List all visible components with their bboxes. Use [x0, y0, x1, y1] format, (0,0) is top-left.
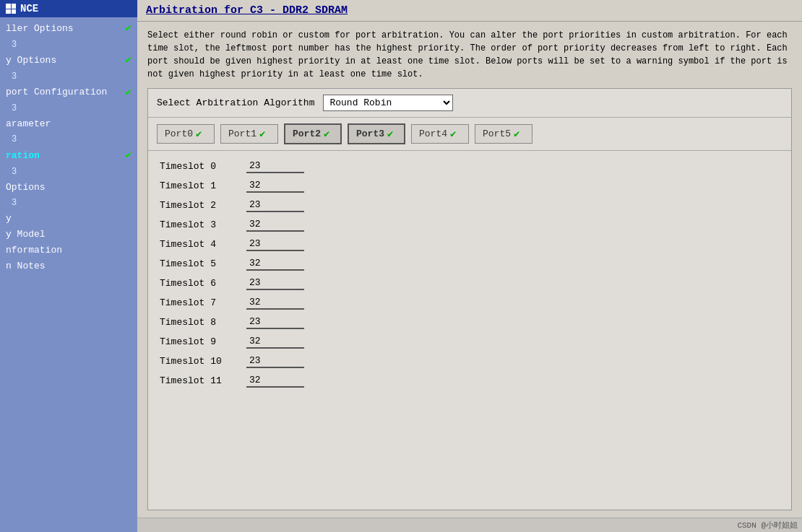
timeslot-label-11: Timeslot 11 [160, 375, 239, 386]
sidebar-item-14[interactable]: nformation [0, 243, 137, 258]
timeslot-input-0[interactable] [246, 160, 304, 173]
timeslot-label-1: Timeslot 1 [160, 180, 239, 191]
timeslot-label-6: Timeslot 6 [160, 278, 239, 289]
timeslot-input-7[interactable] [246, 296, 304, 310]
timeslot-label-8: Timeslot 8 [160, 317, 239, 328]
sidebar-header: NCE [0, 0, 137, 17]
timeslot-input-11[interactable] [246, 374, 304, 388]
port-label-2: Port2 [293, 128, 321, 139]
sidebar-item-0[interactable]: ller Options✔ [0, 20, 137, 38]
timeslot-label-10: Timeslot 10 [160, 356, 239, 367]
sidebar-nav: ller Options✔3y Options✔3port Configurat… [0, 17, 137, 532]
sidebar-item-11[interactable]: 3 [0, 196, 137, 211]
timeslot-row-10: Timeslot 10 [148, 352, 791, 371]
timeslot-label-9: Timeslot 9 [160, 336, 239, 347]
port-label-0: Port0 [165, 128, 193, 139]
description-text: Select either round robin or custom for … [147, 29, 792, 81]
sidebar-item-10[interactable]: Options [0, 180, 137, 196]
sidebar-item-8[interactable]: ration✔ [0, 147, 137, 165]
sidebar-checkmark-0: ✔ [126, 22, 131, 36]
timeslot-input-3[interactable] [246, 218, 304, 232]
sidebar: NCE ller Options✔3y Options✔3port Config… [0, 0, 137, 532]
algo-select[interactable]: Round RobinCustom [323, 95, 453, 111]
timeslot-input-4[interactable] [246, 237, 304, 251]
timeslot-label-2: Timeslot 2 [160, 200, 239, 211]
ports-row: Port0✔Port1✔Port2✔Port3✔Port4✔Port5✔ [148, 118, 791, 151]
sidebar-item-label-12: y [6, 212, 12, 225]
sidebar-item-label-11: 3 [12, 197, 17, 209]
timeslots-area: Timeslot 0Timeslot 1Timeslot 2Timeslot 3… [148, 151, 791, 510]
sidebar-item-4[interactable]: port Configuration✔ [0, 84, 137, 102]
port-check-3: ✔ [387, 128, 393, 140]
sidebar-item-1[interactable]: 3 [0, 38, 137, 53]
sidebar-item-label-4: port Configuration [6, 86, 107, 99]
sidebar-checkmark-2: ✔ [126, 53, 131, 68]
sidebar-item-12[interactable]: y [0, 211, 137, 227]
timeslot-label-0: Timeslot 0 [160, 161, 239, 172]
port-button-1[interactable]: Port1✔ [220, 124, 278, 144]
port-check-5: ✔ [514, 128, 519, 140]
sidebar-title: NCE [20, 3, 38, 14]
port-button-4[interactable]: Port4✔ [411, 124, 469, 144]
grid-icon [6, 4, 16, 14]
page-title: Arbitration for C3 - DDR2 SDRAM [146, 4, 348, 17]
timeslot-row-5: Timeslot 5 [148, 254, 791, 274]
port-label-5: Port5 [483, 128, 511, 139]
sidebar-item-9[interactable]: 3 [0, 165, 137, 180]
sidebar-item-2[interactable]: y Options✔ [0, 52, 137, 69]
port-button-3[interactable]: Port3✔ [348, 123, 405, 144]
sidebar-item-6[interactable]: arameter [0, 116, 137, 132]
sidebar-item-3[interactable]: 3 [0, 69, 137, 84]
timeslot-label-4: Timeslot 4 [160, 239, 239, 250]
timeslot-input-1[interactable] [246, 179, 304, 193]
sidebar-item-label-5: 3 [12, 103, 17, 115]
port-label-3: Port3 [356, 128, 384, 139]
sidebar-item-7[interactable]: 3 [0, 132, 137, 147]
port-button-0[interactable]: Port0✔ [157, 124, 215, 144]
port-button-5[interactable]: Port5✔ [475, 124, 532, 144]
sidebar-item-label-2: y Options [6, 54, 56, 67]
sidebar-item-label-1: 3 [12, 39, 17, 51]
sidebar-item-label-8: ration [6, 149, 40, 162]
timeslot-input-2[interactable] [246, 199, 304, 212]
content-area: Select Arbitration Algorithm Round Robin… [147, 88, 792, 510]
timeslot-row-6: Timeslot 6 [148, 274, 791, 293]
sidebar-item-label-3: 3 [12, 71, 17, 83]
timeslot-input-8[interactable] [246, 315, 304, 329]
main-panel: Arbitration for C3 - DDR2 SDRAM Select e… [137, 0, 802, 532]
timeslot-input-9[interactable] [246, 335, 304, 349]
timeslot-input-6[interactable] [246, 276, 304, 290]
page-body: Select either round robin or custom for … [137, 22, 802, 518]
algo-label: Select Arbitration Algorithm [157, 97, 314, 108]
timeslot-row-7: Timeslot 7 [148, 293, 791, 313]
sidebar-item-5[interactable]: 3 [0, 101, 137, 116]
sidebar-item-label-13: y Model [6, 228, 46, 241]
port-check-1: ✔ [259, 128, 265, 140]
sidebar-item-label-9: 3 [12, 166, 17, 178]
sidebar-item-label-15: n Notes [6, 260, 46, 273]
timeslot-row-0: Timeslot 0 [148, 157, 791, 176]
timeslot-row-8: Timeslot 8 [148, 313, 791, 332]
sidebar-item-label-14: nformation [6, 244, 62, 257]
port-label-4: Port4 [419, 128, 447, 139]
port-label-1: Port1 [228, 128, 256, 139]
sidebar-item-label-6: arameter [6, 118, 51, 131]
timeslot-label-5: Timeslot 5 [160, 258, 239, 269]
sidebar-item-13[interactable]: y Model [0, 227, 137, 243]
timeslot-row-4: Timeslot 4 [148, 235, 791, 254]
timeslot-row-11: Timeslot 11 [148, 371, 791, 391]
sidebar-item-label-0: ller Options [6, 22, 74, 35]
port-check-2: ✔ [324, 128, 329, 140]
port-button-2[interactable]: Port2✔ [284, 123, 342, 144]
watermark: CSDN @小时姐姐 [137, 518, 802, 532]
timeslot-label-7: Timeslot 7 [160, 297, 239, 308]
sidebar-item-15[interactable]: n Notes [0, 258, 137, 274]
port-check-4: ✔ [450, 128, 456, 140]
timeslot-row-1: Timeslot 1 [148, 176, 791, 196]
timeslot-input-10[interactable] [246, 354, 304, 368]
timeslot-label-3: Timeslot 3 [160, 219, 239, 230]
sidebar-checkmark-4: ✔ [126, 86, 131, 100]
timeslot-row-2: Timeslot 2 [148, 196, 791, 215]
timeslot-input-5[interactable] [246, 257, 304, 271]
sidebar-item-label-7: 3 [12, 134, 17, 146]
